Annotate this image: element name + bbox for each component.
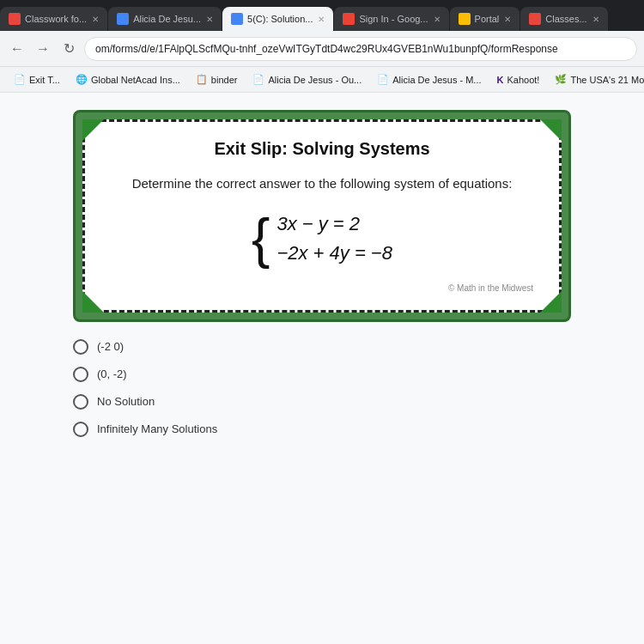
back-button[interactable]: ← — [7, 39, 27, 59]
bookmark-exit[interactable]: 📄 Exit T... — [7, 71, 67, 88]
bookmark-binder[interactable]: 📋 binder — [189, 71, 245, 88]
tab-icon-solution — [231, 13, 243, 25]
bookmark-icon-kahoot: K — [497, 75, 504, 85]
tab-alicia[interactable]: Alicia De Jesu... ✕ — [108, 7, 222, 31]
reload-button[interactable]: ↻ — [58, 39, 79, 59]
answer-option-4[interactable]: Infinitely Many Solutions — [73, 422, 571, 437]
bookmark-icon-alicia-ou: 📄 — [252, 74, 264, 85]
radio-button-3[interactable] — [73, 394, 88, 410]
tab-classes[interactable]: Classes... ✕ — [520, 7, 607, 31]
tab-close-signin[interactable]: ✕ — [434, 15, 440, 24]
curly-brace: { — [252, 211, 270, 266]
answer-option-3[interactable]: No Solution — [73, 394, 571, 410]
tab-icon-portal — [459, 13, 471, 25]
equation-2: −2x + 4y = −8 — [276, 242, 392, 264]
address-bar[interactable]: om/forms/d/e/1FAlpQLScfMQu-tnhf_ozeVwITG… — [84, 37, 637, 61]
tab-close-alicia[interactable]: ✕ — [206, 15, 213, 24]
tab-bar: Classwork fo... ✕ Alicia De Jesu... ✕ 5(… — [0, 0, 644, 31]
corner-bl — [82, 287, 108, 313]
card-title: Exit Slip: Solving Systems — [111, 139, 533, 159]
card-inner: Exit Slip: Solving Systems Determine the… — [82, 119, 562, 313]
tab-close-classwork[interactable]: ✕ — [92, 15, 99, 24]
copyright: © Math in the Midwest — [111, 283, 533, 293]
bookmark-icon-exit: 📄 — [14, 74, 26, 85]
bookmark-alicia-ou[interactable]: 📄 Alicia De Jesus - Ou... — [246, 71, 368, 88]
bookmark-globalnetacad[interactable]: 🌐 Global NetAcad Ins... — [69, 71, 187, 88]
answer-text-2: (0, -2) — [97, 368, 127, 380]
bookmark-usa-most[interactable]: 🌿 The USA's 21 Most... — [548, 71, 644, 88]
answer-choices: (-2 0) (0, -2) No Solution Infinitely Ma… — [73, 339, 571, 449]
equations: 3x − y = 2 −2x + 4y = −8 — [276, 213, 392, 264]
question-card: Exit Slip: Solving Systems Determine the… — [73, 110, 571, 322]
answer-option-2[interactable]: (0, -2) — [73, 367, 571, 382]
answer-option-1[interactable]: (-2 0) — [73, 339, 571, 355]
answer-text-4: Infinitely Many Solutions — [97, 422, 217, 435]
tab-icon-alicia — [117, 13, 129, 25]
radio-button-2[interactable] — [73, 367, 88, 382]
bookmark-alicia-m[interactable]: 📄 Alicia De Jesus - M... — [370, 71, 488, 88]
tab-solution[interactable]: 5(C): Solution... ✕ — [222, 7, 333, 31]
corner-tl — [82, 119, 108, 145]
tab-close-classes[interactable]: ✕ — [592, 15, 599, 24]
radio-button-1[interactable] — [73, 339, 88, 355]
forward-button[interactable]: → — [33, 39, 53, 59]
tab-icon-classes — [529, 13, 541, 25]
tab-signin[interactable]: Sign In - Goog... ✕ — [334, 7, 448, 31]
equation-1: 3x − y = 2 — [276, 213, 392, 235]
answer-text-3: No Solution — [97, 395, 155, 408]
page-content: Exit Slip: Solving Systems Determine the… — [0, 93, 644, 644]
corner-tr — [536, 119, 562, 145]
tab-icon-classwork — [9, 13, 21, 25]
bookmarks-bar: 📄 Exit T... 🌐 Global NetAcad Ins... 📋 bi… — [0, 67, 644, 93]
bookmark-icon-globalnetacad: 🌐 — [76, 74, 88, 85]
tab-portal[interactable]: Portal ✕ — [450, 7, 520, 31]
tab-close-solution[interactable]: ✕ — [318, 15, 325, 24]
tab-classwork[interactable]: Classwork fo... ✕ — [0, 7, 107, 31]
bookmark-icon-usa-most: 🌿 — [555, 74, 567, 85]
bookmark-icon-alicia-m: 📄 — [377, 74, 389, 85]
address-bar-area: ← → ↻ om/forms/d/e/1FAlpQLScfMQu-tnhf_oz… — [0, 31, 644, 67]
corner-br — [536, 287, 562, 313]
bookmark-icon-binder: 📋 — [196, 74, 208, 85]
radio-button-4[interactable] — [73, 422, 88, 437]
card-question: Determine the correct answer to the foll… — [111, 174, 533, 194]
browser-window: Classwork fo... ✕ Alicia De Jesu... ✕ 5(… — [0, 0, 644, 644]
tab-close-portal[interactable]: ✕ — [504, 15, 511, 24]
equations-container: { 3x − y = 2 −2x + 4y = −8 — [111, 211, 533, 266]
bookmark-kahoot[interactable]: K Kahoot! — [490, 72, 547, 88]
tab-icon-signin — [343, 13, 355, 25]
answer-text-1: (-2 0) — [97, 340, 124, 353]
